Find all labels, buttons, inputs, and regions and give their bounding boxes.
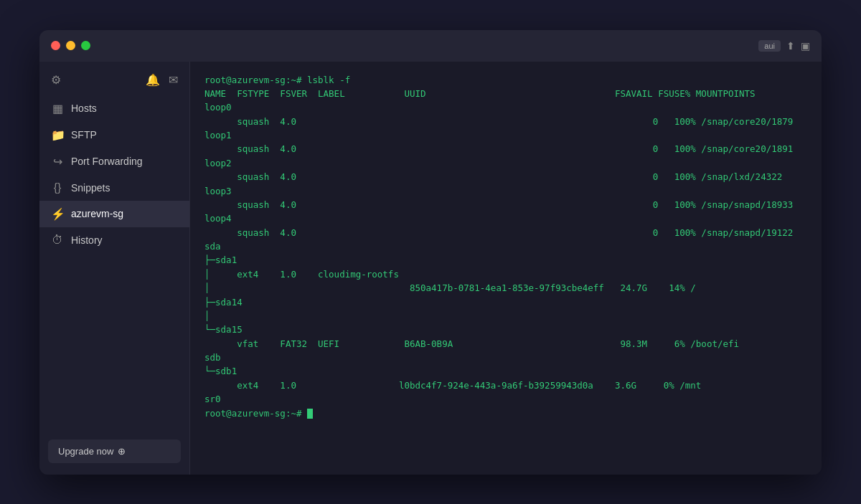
sidebar-item-port-forwarding[interactable]: ↪ Port Forwarding — [39, 148, 189, 175]
traffic-lights — [51, 41, 90, 50]
upgrade-button[interactable]: Upgrade now ⊕ — [48, 439, 181, 463]
sidebar-item-azurevm[interactable]: ⚡ azurevm-sg — [39, 201, 189, 227]
mail-icon[interactable]: ✉ — [169, 73, 178, 87]
history-icon: ⏱ — [51, 234, 64, 247]
hosts-icon: ▦ — [51, 102, 64, 115]
upgrade-icon: ⊕ — [118, 446, 126, 457]
terminal-cursor — [307, 409, 313, 419]
terminal-icon: ⚡ — [51, 207, 64, 221]
bell-icon[interactable]: 🔔 — [146, 73, 160, 87]
sidebar-item-hosts[interactable]: ▦ Hosts — [39, 95, 189, 122]
snippets-icon: {} — [51, 181, 64, 194]
sidebar-item-label: Port Forwarding — [71, 156, 143, 167]
sidebar-top: ⚙ 🔔 ✉ — [39, 67, 189, 95]
upgrade-label: Upgrade now — [58, 446, 113, 457]
close-button[interactable] — [51, 41, 60, 50]
sidebar-item-snippets[interactable]: {} Snippets — [39, 175, 189, 201]
titlebar: aui ⬆ ▣ — [39, 30, 822, 62]
sidebar-item-sftp[interactable]: 📁 SFTP — [39, 122, 189, 148]
minimize-button[interactable] — [66, 41, 75, 50]
maximize-button[interactable] — [81, 41, 90, 50]
terminal-output: root@azurevm-sg:~# lsblk -f NAME FSTYPE … — [204, 73, 807, 420]
sidebar-item-label: SFTP — [71, 129, 97, 141]
app-window: aui ⬆ ▣ ⚙ 🔔 ✉ ▦ Hosts 📁 SFTP — [39, 30, 822, 475]
settings-icon[interactable]: ⚙ — [51, 73, 61, 87]
port-forwarding-icon: ↪ — [51, 155, 64, 168]
sidebar-item-label: Snippets — [71, 182, 110, 194]
sidebar-item-label: History — [71, 234, 103, 246]
user-badge: aui — [758, 40, 781, 52]
share-icon[interactable]: ⬆ — [786, 40, 795, 52]
sftp-icon: 📁 — [51, 128, 64, 142]
expand-icon[interactable]: ▣ — [801, 40, 810, 52]
sidebar-item-history[interactable]: ⏱ History — [39, 227, 189, 253]
sidebar-item-label: azurevm-sg — [71, 208, 123, 219]
sidebar-top-icons: 🔔 ✉ — [146, 73, 178, 87]
main-content: ⚙ 🔔 ✉ ▦ Hosts 📁 SFTP ↪ Port Forwarding {… — [39, 62, 822, 475]
sidebar: ⚙ 🔔 ✉ ▦ Hosts 📁 SFTP ↪ Port Forwarding {… — [39, 62, 190, 475]
titlebar-actions: aui ⬆ ▣ — [758, 40, 810, 52]
sidebar-item-label: Hosts — [71, 103, 97, 114]
terminal-panel[interactable]: root@azurevm-sg:~# lsblk -f NAME FSTYPE … — [190, 62, 822, 475]
